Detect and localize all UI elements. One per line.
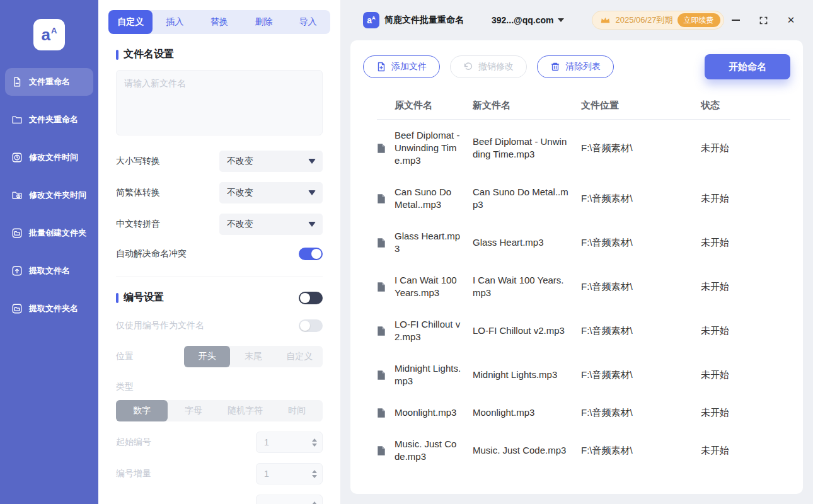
sidebar-item-file-time[interactable]: 修改文件时间 (5, 144, 93, 171)
cell-location: F:\音频素材\ (581, 445, 701, 457)
sidebar-item-batch-create-folder[interactable]: 批量创建文件夹 (5, 219, 93, 247)
cell-new-name: LO-FI Chillout v2.mp3 (473, 324, 570, 337)
increment-field[interactable] (264, 469, 299, 479)
tab-custom[interactable]: 自定义 (108, 10, 153, 34)
account-email: 392...@qq.com (492, 15, 553, 25)
position-option-end[interactable]: 末尾 (230, 346, 276, 367)
sidebar-item-label: 批量创建文件夹 (29, 227, 86, 239)
table-row[interactable]: Can Suno Do Metal..mp3 Can Suno Do Metal… (377, 176, 790, 220)
position-label: 位置 (116, 351, 134, 362)
renew-button[interactable]: 立即续费 (678, 13, 720, 27)
license-expiry: 2025/06/27到期 (615, 14, 672, 26)
crown-icon (600, 16, 611, 25)
tradsimp-convert-label: 简繁体转换 (116, 187, 160, 198)
minimize-button[interactable] (730, 14, 741, 26)
sidebar-item-label: 提取文件名 (29, 265, 70, 277)
button-label: 添加文件 (391, 61, 427, 72)
cell-status: 未开始 (701, 325, 790, 337)
pinyin-convert-select[interactable]: 不改变 (219, 214, 323, 235)
new-filename-input[interactable] (116, 70, 323, 135)
sidebar-item-extract-filename[interactable]: 提取文件名 (5, 257, 93, 285)
clipped-number-field[interactable] (264, 500, 299, 504)
account-menu[interactable]: 392...@qq.com (492, 15, 564, 25)
maximize-button[interactable] (758, 14, 769, 26)
cell-location: F:\音频素材\ (581, 142, 701, 154)
window-controls: ✕ (730, 14, 797, 26)
tradsimp-convert-select[interactable]: 不改变 (219, 182, 323, 203)
select-value: 不改变 (227, 156, 253, 167)
position-option-custom[interactable]: 自定义 (277, 346, 323, 367)
stepper-up-icon[interactable] (312, 501, 317, 504)
increment-input[interactable] (256, 463, 323, 484)
file-icon (377, 408, 395, 418)
table-row[interactable]: LO-FI Chillout v2.mp3 LO-FI Chillout v2.… (377, 309, 790, 353)
sidebar-item-extract-foldername[interactable]: 提取文件夹名 (5, 295, 93, 323)
button-label: 清除列表 (565, 61, 601, 72)
close-button[interactable]: ✕ (785, 14, 797, 26)
numbering-title-group: 编号设置 (116, 291, 164, 304)
sidebar: a A 文件重命名 文件夹重命名 修改文件时间 修改文件夹时间 批量创建文件夹 … (0, 0, 98, 504)
stepper-down-icon[interactable] (312, 444, 317, 447)
minimize-icon (732, 20, 740, 21)
section-title: 编号设置 (124, 291, 164, 304)
header-new: 新文件名 (473, 100, 581, 112)
filename-settings-header: 文件名设置 (116, 48, 323, 61)
tab-label: 自定义 (117, 16, 144, 28)
toggle-knob (300, 321, 310, 331)
chevron-down-icon (308, 159, 316, 164)
segment-label: 末尾 (245, 351, 262, 362)
tab-import[interactable]: 导入 (286, 10, 330, 34)
conflict-resolve-toggle[interactable] (299, 248, 323, 260)
table-row[interactable]: Midnight Lights.mp3 Midnight Lights.mp3 … (377, 353, 790, 397)
cell-status: 未开始 (701, 193, 790, 205)
increment-label: 编号增量 (116, 468, 151, 479)
stepper-up-icon[interactable] (312, 470, 317, 473)
type-option-letter[interactable]: 字母 (168, 400, 219, 421)
start-number-field[interactable] (264, 437, 299, 447)
cell-location: F:\音频素材\ (581, 369, 701, 381)
table-row[interactable]: Music. Just Code.mp3 Music. Just Code.mp… (377, 428, 790, 472)
position-option-start[interactable]: 开头 (184, 346, 230, 367)
tab-replace[interactable]: 替换 (197, 10, 241, 34)
cell-original-name: Music. Just Code.mp3 (395, 438, 461, 463)
tab-delete[interactable]: 删除 (241, 10, 285, 34)
cell-original-name: LO-FI Chillout v2.mp3 (395, 318, 461, 343)
numbering-toggle[interactable] (299, 292, 323, 304)
table-row[interactable]: I Can Wait 100 Years.mp3 I Can Wait 100 … (377, 265, 790, 309)
only-number-toggle[interactable] (299, 319, 323, 332)
sidebar-item-label: 修改文件夹时间 (29, 190, 86, 201)
stepper-up-icon[interactable] (312, 438, 317, 442)
tab-insert[interactable]: 插入 (153, 10, 197, 34)
folder-rename-icon (11, 114, 23, 125)
table-row[interactable]: Glass Heart.mp3 Glass Heart.mp3 F:\音频素材\… (377, 220, 790, 265)
case-convert-select[interactable]: 不改变 (219, 151, 323, 172)
type-option-random[interactable]: 随机字符 (219, 400, 271, 421)
type-option-number[interactable]: 数字 (116, 400, 168, 421)
clipped-number-input[interactable] (256, 495, 323, 504)
start-number-input[interactable] (256, 432, 323, 453)
table-row[interactable]: Beef Diplomat - Unwinding Time.mp3 Beef … (377, 120, 790, 176)
add-files-button[interactable]: 添加文件 (363, 55, 440, 78)
file-icon (377, 143, 395, 154)
logo-letter-a: a (367, 16, 372, 25)
undo-button[interactable]: 撤销修改 (450, 55, 527, 78)
cell-new-name: Midnight Lights.mp3 (473, 369, 570, 381)
sidebar-item-folder-rename[interactable]: 文件夹重命名 (5, 106, 93, 134)
type-option-time[interactable]: 时间 (271, 400, 323, 421)
mode-tabbar: 自定义 插入 替换 删除 导入 (108, 10, 330, 34)
sidebar-item-folder-time[interactable]: 修改文件夹时间 (5, 181, 93, 209)
type-segmented: 数字 字母 随机字符 时间 (116, 400, 323, 421)
maximize-icon (759, 16, 768, 25)
sidebar-item-file-rename[interactable]: 文件重命名 (5, 68, 93, 96)
file-icon (377, 445, 395, 456)
header-location: 文件位置 (581, 100, 701, 112)
table-row[interactable]: Moonlight.mp3 Moonlight.mp3 F:\音频素材\ 未开始 (377, 397, 790, 428)
stepper-down-icon[interactable] (312, 475, 317, 478)
extract-foldername-icon (11, 303, 23, 314)
cell-original-name: I Can Wait 100 Years.mp3 (395, 274, 461, 299)
clear-list-button[interactable]: 清除列表 (537, 55, 614, 78)
segment-label: 数字 (133, 405, 151, 416)
toggle-knob (300, 293, 310, 303)
start-rename-button[interactable]: 开始命名 (705, 54, 790, 79)
type-label: 类型 (116, 381, 134, 392)
